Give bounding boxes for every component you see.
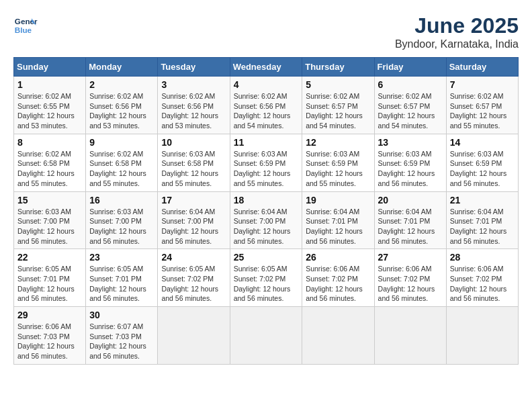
day-info: Sunrise: 6:04 AM Sunset: 7:00 PM Dayligh… bbox=[234, 207, 299, 246]
table-row: 16 Sunrise: 6:03 AM Sunset: 7:00 PM Dayl… bbox=[86, 191, 158, 249]
day-info: Sunrise: 6:02 AM Sunset: 6:57 PM Dayligh… bbox=[306, 91, 370, 131]
day-number: 22 bbox=[17, 252, 82, 263]
calendar-header-row: Sunday Monday Tuesday Wednesday Thursday… bbox=[14, 58, 519, 77]
table-row bbox=[302, 307, 374, 365]
day-number: 27 bbox=[378, 252, 443, 263]
calendar-week-row: 15 Sunrise: 6:03 AM Sunset: 7:00 PM Dayl… bbox=[14, 191, 519, 249]
day-number: 4 bbox=[234, 79, 299, 90]
day-info: Sunrise: 6:03 AM Sunset: 7:00 PM Dayligh… bbox=[89, 207, 154, 246]
day-number: 28 bbox=[450, 252, 515, 263]
day-info: Sunrise: 6:02 AM Sunset: 6:58 PM Dayligh… bbox=[17, 149, 82, 189]
table-row: 11 Sunrise: 6:03 AM Sunset: 6:59 PM Dayl… bbox=[230, 134, 302, 191]
table-row: 5 Sunrise: 6:02 AM Sunset: 6:57 PM Dayli… bbox=[302, 77, 374, 134]
day-number: 13 bbox=[378, 137, 443, 148]
table-row: 14 Sunrise: 6:03 AM Sunset: 6:59 PM Dayl… bbox=[446, 134, 518, 191]
day-number: 3 bbox=[161, 79, 226, 90]
day-number: 9 bbox=[89, 137, 154, 148]
col-tuesday: Tuesday bbox=[158, 58, 230, 77]
day-info: Sunrise: 6:04 AM Sunset: 7:01 PM Dayligh… bbox=[306, 207, 370, 246]
day-info: Sunrise: 6:03 AM Sunset: 6:59 PM Dayligh… bbox=[234, 149, 299, 189]
table-row bbox=[158, 307, 230, 365]
day-number: 21 bbox=[450, 195, 515, 205]
table-row: 10 Sunrise: 6:03 AM Sunset: 6:58 PM Dayl… bbox=[158, 134, 230, 191]
table-row: 1 Sunrise: 6:02 AM Sunset: 6:55 PM Dayli… bbox=[14, 77, 86, 134]
day-info: Sunrise: 6:02 AM Sunset: 6:58 PM Dayligh… bbox=[89, 149, 154, 189]
calendar-week-row: 1 Sunrise: 6:02 AM Sunset: 6:55 PM Dayli… bbox=[14, 77, 519, 134]
logo: General Blue bbox=[13, 13, 38, 38]
table-row: 3 Sunrise: 6:02 AM Sunset: 6:56 PM Dayli… bbox=[158, 77, 230, 134]
day-number: 20 bbox=[378, 195, 443, 205]
day-info: Sunrise: 6:02 AM Sunset: 6:56 PM Dayligh… bbox=[161, 91, 226, 131]
day-info: Sunrise: 6:06 AM Sunset: 7:02 PM Dayligh… bbox=[306, 264, 370, 304]
day-number: 26 bbox=[306, 252, 370, 263]
day-info: Sunrise: 6:05 AM Sunset: 7:02 PM Dayligh… bbox=[161, 264, 226, 304]
day-number: 15 bbox=[17, 195, 82, 205]
table-row: 7 Sunrise: 6:02 AM Sunset: 6:57 PM Dayli… bbox=[446, 77, 518, 134]
table-row: 22 Sunrise: 6:05 AM Sunset: 7:01 PM Dayl… bbox=[14, 249, 86, 307]
title-area: June 2025 Byndoor, Karnataka, India bbox=[395, 13, 519, 50]
day-info: Sunrise: 6:03 AM Sunset: 6:59 PM Dayligh… bbox=[378, 149, 443, 189]
table-row: 26 Sunrise: 6:06 AM Sunset: 7:02 PM Dayl… bbox=[302, 249, 374, 307]
day-number: 11 bbox=[234, 137, 299, 148]
col-friday: Friday bbox=[374, 58, 446, 77]
table-row: 20 Sunrise: 6:04 AM Sunset: 7:01 PM Dayl… bbox=[374, 191, 446, 249]
day-info: Sunrise: 6:03 AM Sunset: 7:00 PM Dayligh… bbox=[17, 207, 82, 246]
table-row: 27 Sunrise: 6:06 AM Sunset: 7:02 PM Dayl… bbox=[374, 249, 446, 307]
table-row: 8 Sunrise: 6:02 AM Sunset: 6:58 PM Dayli… bbox=[14, 134, 86, 191]
day-info: Sunrise: 6:02 AM Sunset: 6:57 PM Dayligh… bbox=[450, 91, 515, 131]
day-info: Sunrise: 6:05 AM Sunset: 7:01 PM Dayligh… bbox=[89, 264, 154, 304]
day-info: Sunrise: 6:05 AM Sunset: 7:02 PM Dayligh… bbox=[234, 264, 299, 304]
table-row: 28 Sunrise: 6:06 AM Sunset: 7:02 PM Dayl… bbox=[446, 249, 518, 307]
day-number: 7 bbox=[450, 79, 515, 90]
logo-icon: General Blue bbox=[13, 13, 38, 38]
table-row: 30 Sunrise: 6:07 AM Sunset: 7:03 PM Dayl… bbox=[86, 307, 158, 365]
day-number: 1 bbox=[17, 79, 82, 90]
day-number: 10 bbox=[161, 137, 226, 148]
day-number: 19 bbox=[306, 195, 370, 205]
table-row: 4 Sunrise: 6:02 AM Sunset: 6:56 PM Dayli… bbox=[230, 77, 302, 134]
day-info: Sunrise: 6:04 AM Sunset: 7:00 PM Dayligh… bbox=[161, 207, 226, 246]
day-number: 6 bbox=[378, 79, 443, 90]
day-number: 30 bbox=[89, 310, 154, 320]
calendar-week-row: 29 Sunrise: 6:06 AM Sunset: 7:03 PM Dayl… bbox=[14, 307, 519, 365]
day-number: 2 bbox=[89, 79, 154, 90]
day-number: 23 bbox=[89, 252, 154, 263]
table-row: 12 Sunrise: 6:03 AM Sunset: 6:59 PM Dayl… bbox=[302, 134, 374, 191]
day-number: 25 bbox=[234, 252, 299, 263]
day-info: Sunrise: 6:04 AM Sunset: 7:01 PM Dayligh… bbox=[378, 207, 443, 246]
day-info: Sunrise: 6:07 AM Sunset: 7:03 PM Dayligh… bbox=[89, 322, 154, 361]
table-row: 17 Sunrise: 6:04 AM Sunset: 7:00 PM Dayl… bbox=[158, 191, 230, 249]
calendar-table: Sunday Monday Tuesday Wednesday Thursday… bbox=[13, 57, 519, 365]
day-info: Sunrise: 6:06 AM Sunset: 7:03 PM Dayligh… bbox=[17, 322, 82, 361]
calendar-week-row: 8 Sunrise: 6:02 AM Sunset: 6:58 PM Dayli… bbox=[14, 134, 519, 191]
col-saturday: Saturday bbox=[446, 58, 518, 77]
svg-text:General: General bbox=[15, 17, 38, 26]
day-number: 24 bbox=[161, 252, 226, 263]
day-number: 17 bbox=[161, 195, 226, 205]
col-thursday: Thursday bbox=[302, 58, 374, 77]
table-row bbox=[374, 307, 446, 365]
day-info: Sunrise: 6:02 AM Sunset: 6:55 PM Dayligh… bbox=[17, 91, 82, 131]
day-info: Sunrise: 6:02 AM Sunset: 6:57 PM Dayligh… bbox=[378, 91, 443, 131]
col-monday: Monday bbox=[86, 58, 158, 77]
day-info: Sunrise: 6:02 AM Sunset: 6:56 PM Dayligh… bbox=[234, 91, 299, 131]
day-info: Sunrise: 6:04 AM Sunset: 7:01 PM Dayligh… bbox=[450, 207, 515, 246]
table-row: 9 Sunrise: 6:02 AM Sunset: 6:58 PM Dayli… bbox=[86, 134, 158, 191]
day-info: Sunrise: 6:02 AM Sunset: 6:56 PM Dayligh… bbox=[89, 91, 154, 131]
location: Byndoor, Karnataka, India bbox=[395, 38, 519, 50]
table-row: 2 Sunrise: 6:02 AM Sunset: 6:56 PM Dayli… bbox=[86, 77, 158, 134]
day-info: Sunrise: 6:03 AM Sunset: 6:59 PM Dayligh… bbox=[306, 149, 370, 189]
table-row: 18 Sunrise: 6:04 AM Sunset: 7:00 PM Dayl… bbox=[230, 191, 302, 249]
calendar-week-row: 22 Sunrise: 6:05 AM Sunset: 7:01 PM Dayl… bbox=[14, 249, 519, 307]
day-number: 18 bbox=[234, 195, 299, 205]
day-info: Sunrise: 6:06 AM Sunset: 7:02 PM Dayligh… bbox=[450, 264, 515, 304]
day-number: 29 bbox=[17, 310, 82, 320]
header: General Blue June 2025 Byndoor, Karnatak… bbox=[13, 13, 519, 50]
table-row bbox=[446, 307, 518, 365]
day-number: 14 bbox=[450, 137, 515, 148]
table-row: 21 Sunrise: 6:04 AM Sunset: 7:01 PM Dayl… bbox=[446, 191, 518, 249]
svg-text:Blue: Blue bbox=[15, 26, 32, 34]
table-row: 25 Sunrise: 6:05 AM Sunset: 7:02 PM Dayl… bbox=[230, 249, 302, 307]
table-row: 23 Sunrise: 6:05 AM Sunset: 7:01 PM Dayl… bbox=[86, 249, 158, 307]
table-row: 13 Sunrise: 6:03 AM Sunset: 6:59 PM Dayl… bbox=[374, 134, 446, 191]
